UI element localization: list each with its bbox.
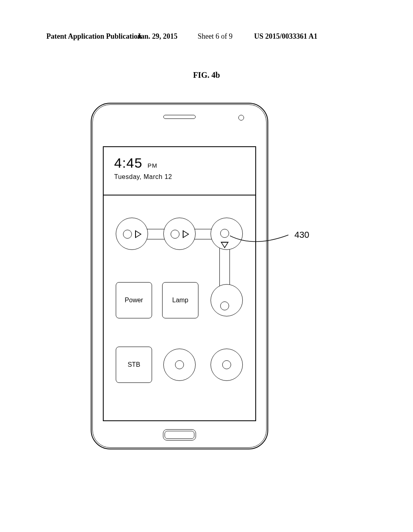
time-value: 4:45: [114, 155, 142, 170]
speaker-icon: [163, 115, 196, 119]
callout-ref-430: 430: [294, 230, 309, 240]
power-label: Power: [125, 297, 143, 304]
phone-device: 4:45 PM Tuesday, March 12 Power: [91, 103, 268, 449]
pattern-dot-6: [220, 301, 229, 310]
time-ampm: PM: [148, 162, 158, 169]
stb-label: STB: [127, 361, 140, 368]
pattern-dot-2: [171, 230, 179, 239]
pattern-dot-1: [123, 230, 132, 239]
clock-panel: 4:45 PM Tuesday, March 12: [104, 147, 255, 195]
lamp-button[interactable]: Lamp: [162, 282, 198, 318]
clock-time: 4:45 PM: [114, 155, 245, 171]
header-publication: Patent Application Publication: [46, 32, 142, 41]
pattern-dot-3: [220, 229, 229, 238]
pattern-dot-9: [222, 360, 231, 369]
callout-leader: [230, 224, 302, 252]
header-sheet: Sheet 6 of 9: [198, 32, 232, 41]
header-date: Jan. 29, 2015: [137, 32, 177, 41]
arrow-down-icon: [221, 242, 229, 248]
home-button-inner: [165, 431, 194, 439]
header-pubno: US 2015/0033361 A1: [254, 32, 317, 41]
pattern-node-1[interactable]: [116, 218, 148, 250]
home-button[interactable]: [163, 429, 196, 441]
arrow-right-icon: [183, 230, 189, 238]
pattern-node-6[interactable]: [211, 284, 243, 316]
clock-date: Tuesday, March 12: [114, 173, 245, 181]
screen: 4:45 PM Tuesday, March 12 Power: [103, 146, 256, 421]
pattern-dot-8: [175, 360, 184, 369]
arrow-right-icon: [135, 230, 142, 238]
power-button[interactable]: Power: [116, 282, 152, 318]
stb-button[interactable]: STB: [116, 347, 152, 383]
lamp-label: Lamp: [172, 297, 188, 304]
figure-label: FIG. 4b: [0, 71, 413, 80]
pattern-node-2[interactable]: [163, 218, 196, 250]
front-camera-icon: [238, 115, 244, 121]
